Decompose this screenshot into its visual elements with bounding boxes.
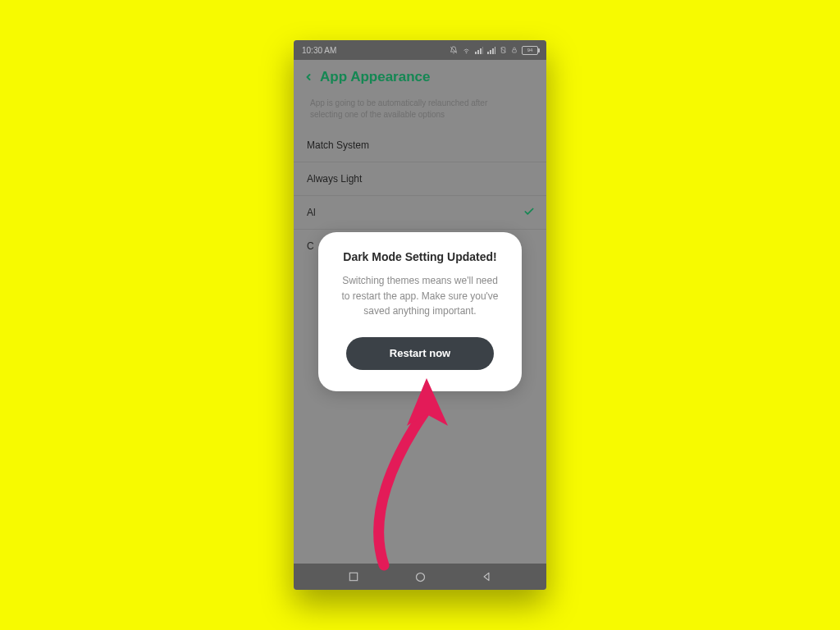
restart-modal: Dark Mode Setting Updated! Switching the…: [318, 232, 522, 391]
modal-body: Switching themes means we'll need to res…: [335, 273, 505, 319]
restart-now-button[interactable]: Restart now: [346, 337, 494, 370]
phone-frame: 10:30 AM: [294, 40, 546, 590]
modal-title: Dark Mode Setting Updated!: [335, 250, 505, 263]
